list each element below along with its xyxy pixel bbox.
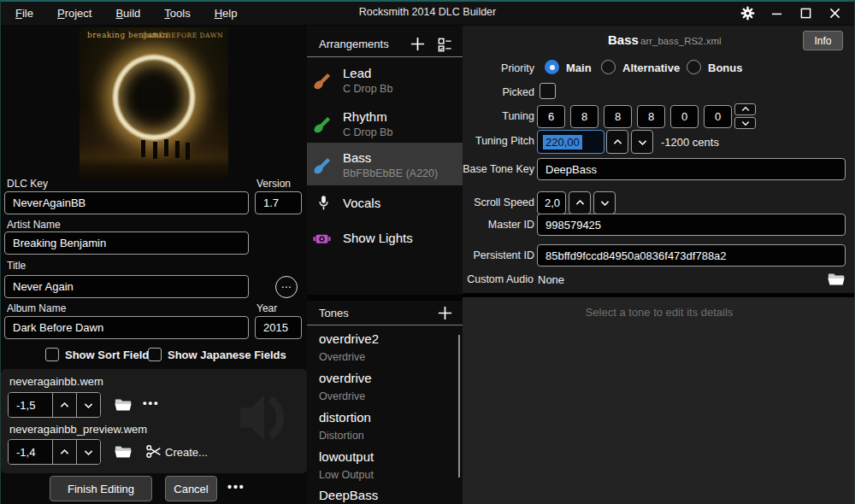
persistent-id-label: Persistent ID: [463, 249, 534, 261]
album-name-field[interactable]: [4, 316, 249, 339]
persistent-id-field[interactable]: [537, 244, 846, 267]
tone-detail-placeholder: Select a tone to edit its details: [463, 306, 855, 319]
version-field[interactable]: [255, 191, 302, 214]
base-tone-key-label: Base Tone Key: [463, 163, 534, 175]
tone-detail-panel: Select a tone to edit its details: [463, 297, 855, 504]
priority-bonus-radio[interactable]: [687, 60, 701, 74]
tuning-string2-field[interactable]: [570, 105, 598, 128]
preview-volume-value[interactable]: -1,4: [9, 440, 52, 464]
tuning-string3-field[interactable]: [604, 105, 632, 128]
priority-main-radio[interactable]: [545, 60, 559, 74]
tuning-string1-field[interactable]: [537, 105, 565, 128]
scissors-icon[interactable]: [144, 442, 162, 460]
scroll-speed-down-button[interactable]: [593, 191, 616, 214]
main-volume-down-button[interactable]: [76, 393, 100, 417]
preview-volume-down-button[interactable]: [76, 440, 100, 464]
create-preview-button[interactable]: Create...: [165, 446, 208, 459]
arrangement-item-showlights[interactable]: Show Lights: [343, 231, 413, 245]
scroll-speed-label: Scroll Speed: [463, 196, 534, 208]
title-options-ellipsis-button[interactable]: ⋯: [275, 276, 298, 298]
settings-gear-icon[interactable]: [733, 2, 762, 25]
tuning-up-button[interactable]: [734, 103, 756, 115]
picked-checkbox[interactable]: [540, 83, 556, 99]
tuning-pitch-down-button[interactable]: [631, 130, 653, 154]
dlc-key-field[interactable]: [4, 191, 249, 214]
bass-guitar-icon: [313, 157, 331, 175]
priority-label: Priority: [463, 62, 534, 74]
preview-volume-up-button[interactable]: [52, 440, 76, 464]
lists-panel: Arrangements Lead: [307, 26, 463, 504]
show-japanese-fields-checkbox[interactable]: [148, 348, 162, 361]
arrangement-item-lead[interactable]: Lead: [343, 66, 371, 80]
tone-item-overdrive2[interactable]: overdrive2: [319, 331, 379, 346]
artist-name-field[interactable]: [4, 231, 249, 255]
minimize-icon[interactable]: [762, 2, 791, 25]
arrangement-item-rhythm[interactable]: Rhythm: [343, 109, 387, 124]
priority-alternative-radio[interactable]: [601, 60, 616, 74]
base-tone-key-field[interactable]: [537, 158, 846, 180]
tone-lowoutput-type: Low Output: [319, 469, 374, 481]
main-audio-folder-icon[interactable]: [114, 396, 133, 414]
main-audio-more-button[interactable]: •••: [143, 396, 160, 409]
tuning-pitch-up-button[interactable]: [606, 130, 628, 154]
scroll-speed-field[interactable]: [537, 191, 566, 214]
tuning-string4-field[interactable]: [637, 105, 665, 128]
footer-more-button[interactable]: •••: [227, 480, 245, 494]
custom-audio-folder-icon[interactable]: [827, 270, 846, 289]
main-volume-up-button[interactable]: [52, 393, 76, 417]
maximize-icon[interactable]: [791, 2, 820, 25]
main-volume-value[interactable]: -1,5: [9, 393, 52, 417]
window-controls: [733, 2, 849, 25]
album-art-title-text: DARK BEFORE DAWN: [143, 32, 223, 39]
app-window: File Project Build Tools Help Rocksmith …: [0, 0, 855, 504]
close-icon[interactable]: [820, 2, 849, 25]
arrangement-rhythm-tuning: C Drop Bb: [343, 126, 392, 138]
picked-label: Picked: [463, 86, 534, 98]
arrangement-item-vocals[interactable]: Vocals: [343, 196, 380, 210]
preview-audio-filename: neveragainbb_preview.wem: [9, 423, 147, 436]
title-field[interactable]: [4, 275, 249, 298]
arrangement-checklist-icon[interactable]: [435, 35, 454, 54]
tone-item-overdrive[interactable]: overdrive: [319, 371, 372, 385]
tuning-pitch-field[interactable]: 220,00: [537, 130, 604, 154]
rhythm-guitar-icon: [313, 116, 331, 134]
tuning-string6-field[interactable]: [704, 105, 732, 128]
tone-distortion-type: Distortion: [319, 430, 364, 442]
arrangement-lead-tuning: C Drop Bb: [343, 83, 392, 95]
scroll-speed-up-button[interactable]: [569, 191, 591, 214]
tone-item-deepbass[interactable]: DeepBass: [319, 488, 378, 502]
priority-bonus-label: Bonus: [708, 62, 742, 74]
tone-overdrive-type: Overdrive: [319, 390, 365, 402]
arrangement-item-bass-selected[interactable]: Bass BbFBbEbBE (A220): [307, 143, 463, 185]
title-bar: File Project Build Tools Help Rocksmith …: [1, 2, 854, 25]
tones-scrollbar[interactable]: [458, 335, 460, 478]
microphone-icon: [315, 195, 332, 211]
info-button[interactable]: Info: [803, 31, 843, 50]
tuning-down-button[interactable]: [734, 117, 756, 129]
year-field[interactable]: [255, 316, 302, 339]
window-title: Rocksmith 2014 DLC Builder: [1, 6, 854, 18]
tones-header: Tones: [319, 307, 349, 319]
tuning-string5-field[interactable]: [670, 105, 699, 128]
tuning-pitch-selected-text: 220,00: [543, 135, 582, 149]
master-id-field[interactable]: [537, 214, 846, 236]
eclipse-ring-graphic: [113, 55, 195, 140]
album-art[interactable]: breaking benjamin DARK BEFORE DAWN: [80, 27, 228, 179]
main-volume-stepper: -1,5: [8, 392, 101, 418]
cancel-button[interactable]: Cancel: [165, 476, 217, 501]
add-arrangement-icon[interactable]: [408, 34, 427, 53]
show-sort-fields-checkbox[interactable]: [45, 348, 59, 361]
tone-item-distortion[interactable]: distortion: [319, 410, 371, 425]
custom-audio-label: Custom Audio: [463, 273, 534, 285]
song-metadata-panel: breaking benjamin DARK BEFORE DAWN DLC K…: [1, 26, 307, 504]
arrangement-bass-name: Bass: [343, 150, 371, 165]
title-label: Title: [7, 260, 26, 272]
tone-item-lowoutput[interactable]: lowoutput: [319, 449, 374, 464]
preview-volume-stepper: -1,4: [8, 439, 101, 465]
speaker-icon: [237, 386, 300, 449]
add-tone-icon[interactable]: [435, 303, 454, 322]
artist-name-label: Artist Name: [7, 219, 61, 231]
dlc-key-label: DLC Key: [7, 178, 48, 190]
preview-audio-folder-icon[interactable]: [114, 442, 133, 461]
finish-editing-button[interactable]: Finish Editing: [50, 476, 152, 501]
